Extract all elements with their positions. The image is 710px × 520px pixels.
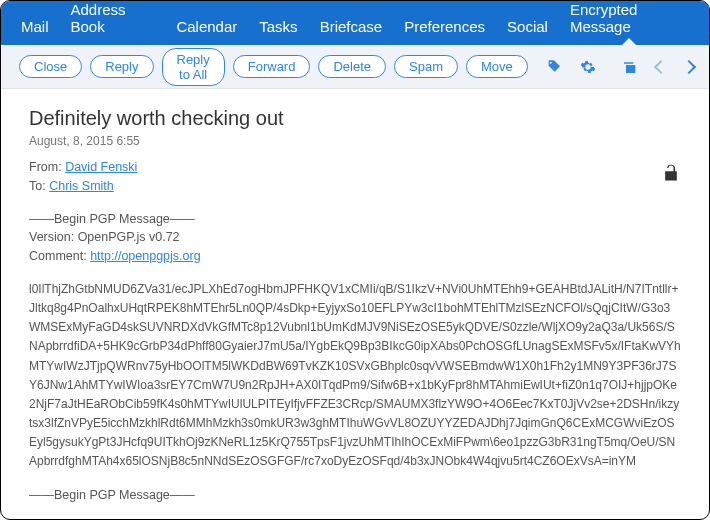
tab-calendar[interactable]: Calendar <box>176 6 237 45</box>
from-row: From: David Fenski <box>29 158 681 177</box>
pgp-begin-marker: ——Begin PGP Message—— <box>29 210 681 229</box>
to-name[interactable]: Chris Smith <box>49 179 114 193</box>
tab-briefcase[interactable]: Briefcase <box>320 6 383 45</box>
gear-icon[interactable] <box>580 59 596 75</box>
pgp-version: Version: OpenPGP.js v0.72 <box>29 228 681 247</box>
unlock-icon <box>661 163 681 189</box>
delete-button[interactable]: Delete <box>318 55 386 78</box>
app-window: Mail Address Book Calendar Tasks Briefca… <box>0 0 710 520</box>
move-button[interactable]: Move <box>466 55 528 78</box>
pgp-comment-label: Comment: <box>29 249 87 263</box>
tab-mail[interactable]: Mail <box>21 6 49 45</box>
reply-button[interactable]: Reply <box>90 55 153 78</box>
message-content: Definitely worth checking out August, 8,… <box>1 89 709 519</box>
new-window-icon[interactable] <box>622 59 638 75</box>
tab-social[interactable]: Social <box>507 6 548 45</box>
tag-icon[interactable] <box>546 59 562 75</box>
tab-tasks[interactable]: Tasks <box>259 6 297 45</box>
from-name[interactable]: David Fenski <box>65 160 137 174</box>
pgp-end-marker: ——Begin PGP Message—— <box>29 486 681 505</box>
forward-button[interactable]: Forward <box>233 55 311 78</box>
close-button[interactable]: Close <box>19 55 82 78</box>
spam-button[interactable]: Spam <box>394 55 458 78</box>
signature: –David <box>29 518 681 519</box>
from-label: From: <box>29 160 62 174</box>
tab-address-book[interactable]: Address Book <box>71 0 155 45</box>
tab-preferences[interactable]: Preferences <box>404 6 485 45</box>
main-tabbar: Mail Address Book Calendar Tasks Briefca… <box>1 1 709 45</box>
to-row: To: Chris Smith <box>29 177 681 196</box>
next-message-icon[interactable] <box>684 59 694 75</box>
to-label: To: <box>29 179 46 193</box>
reply-all-button[interactable]: Reply to All <box>162 48 225 86</box>
message-date: August, 8, 2015 6:55 <box>29 134 681 148</box>
pgp-ciphertext: l0IlThjZhGtbNMUD6ZVa31/ecJPLXhEd7ogHbmJP… <box>29 280 681 472</box>
tab-encrypted-message[interactable]: Encrypted Message <box>570 0 689 45</box>
message-subject: Definitely worth checking out <box>29 107 681 130</box>
pgp-header: ——Begin PGP Message—— Version: OpenPGP.j… <box>29 210 681 266</box>
prev-message-icon[interactable] <box>656 59 666 75</box>
pgp-comment-link[interactable]: http://openpgpjs.org <box>90 249 201 263</box>
message-toolbar: Close Reply Reply to All Forward Delete … <box>1 45 709 89</box>
